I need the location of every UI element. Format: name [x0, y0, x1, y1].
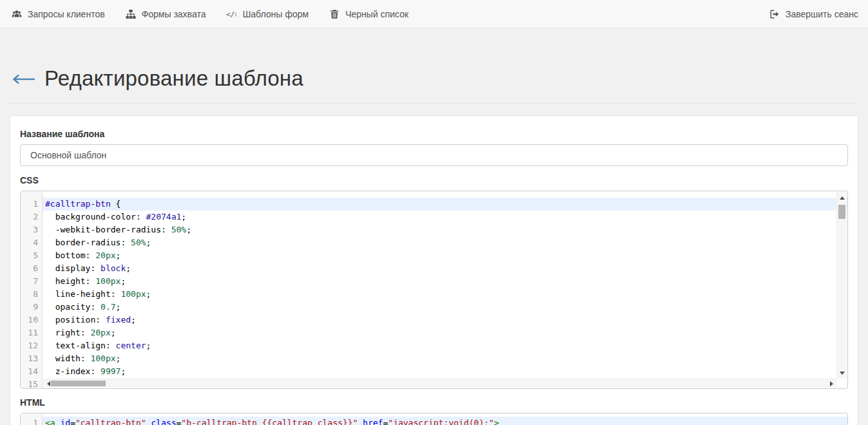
vertical-scroll-thumb[interactable] — [838, 205, 845, 219]
navbar-item-label: Шаблоны форм — [242, 9, 309, 19]
navbar-item-label: Черный список — [345, 9, 409, 19]
sitemap-icon — [126, 9, 136, 19]
code-line: position: fixed; — [43, 314, 847, 326]
template-name-label: Название шаблона — [20, 129, 848, 139]
navbar-item-end-session[interactable]: Завершить сеанс — [759, 0, 858, 28]
template-edit-panel: Название шаблона CSS 1234567891011121314… — [10, 115, 858, 425]
line-number: 14 — [21, 365, 42, 378]
users-icon — [12, 9, 22, 19]
code-line: bottom: 20px; — [43, 249, 847, 262]
page-header: Редактирование шаблона — [10, 66, 858, 104]
html-editor-code[interactable]: <a id="calltrap-btn" class="b-calltrap-b… — [43, 413, 847, 425]
line-number: 6 — [21, 262, 42, 275]
css-editor-code[interactable]: #calltrap-btn { background-color: #2074a… — [43, 191, 847, 388]
code-icon: </> — [226, 9, 236, 19]
css-editor-horizontal-scrollbar[interactable] — [43, 379, 836, 388]
navbar-item-blacklist[interactable]: Черный список — [319, 0, 419, 28]
code-line: opacity: 0.7; — [43, 301, 847, 314]
line-number: 11 — [21, 326, 42, 339]
line-number: 13 — [21, 352, 42, 365]
line-number: 8 — [21, 288, 42, 301]
line-number: 15 — [21, 378, 42, 389]
navbar-item-client-requests[interactable]: Запросы клиентов — [12, 0, 115, 28]
css-editor-vertical-scrollbar[interactable] — [836, 192, 847, 379]
line-number: 5 — [21, 249, 42, 262]
line-number: 9 — [21, 301, 42, 314]
code-line: right: 20px; — [43, 326, 847, 339]
scroll-down-button[interactable] — [837, 368, 847, 377]
page-title: Редактирование шаблона — [44, 66, 304, 91]
line-number: 10 — [21, 314, 42, 326]
template-name-input[interactable] — [20, 144, 848, 166]
navbar-right: Завершить сеанс — [759, 0, 858, 28]
navbar-item-form-templates[interactable]: </>Шаблоны форм — [216, 0, 319, 28]
code-line: text-align: center; — [43, 339, 847, 352]
code-line: line-height: 100px; — [43, 288, 847, 301]
css-label: CSS — [20, 175, 848, 185]
svg-text:</>: </> — [226, 10, 236, 19]
line-number: 12 — [21, 339, 42, 352]
navbar-item-capture-forms[interactable]: Формы захвата — [115, 0, 217, 28]
code-line: height: 100px; — [43, 275, 847, 288]
code-line: width: 100px; — [43, 352, 847, 365]
code-line: -webkit-border-radius: 50%; — [43, 223, 847, 236]
code-line: z-index: 9997; — [43, 365, 847, 378]
line-number: 3 — [21, 223, 42, 236]
scroll-right-button[interactable] — [826, 379, 836, 388]
line-number: 7 — [21, 275, 42, 288]
line-number: 4 — [21, 236, 42, 249]
line-number: 2 — [21, 211, 42, 223]
html-code-editor[interactable]: 1 <a id="calltrap-btn" class="b-calltrap… — [20, 413, 848, 425]
navbar-item-label: Формы захвата — [142, 9, 206, 19]
horizontal-scroll-thumb[interactable] — [51, 381, 106, 386]
navbar-left: Запросы клиентовФормы захвата</>Шаблоны … — [12, 0, 419, 28]
scroll-up-button[interactable] — [837, 193, 847, 202]
back-button[interactable] — [12, 74, 36, 87]
page-content: Редактирование шаблона Название шаблона … — [0, 66, 868, 425]
top-navbar: Запросы клиентовФормы захвата</>Шаблоны … — [0, 0, 868, 28]
html-label: HTML — [20, 397, 848, 408]
back-arrow-icon — [12, 74, 36, 87]
line-number: 1 — [21, 417, 42, 425]
css-code-editor[interactable]: 123456789101112131415 #calltrap-btn { ba… — [20, 191, 848, 389]
css-editor-gutter: 123456789101112131415 — [21, 191, 43, 388]
code-line: background-color: #2074a1; — [43, 211, 847, 223]
code-line: #calltrap-btn { — [43, 198, 847, 211]
trash-icon — [329, 9, 340, 19]
sign-out-icon — [769, 9, 780, 19]
code-line: border-radius: 50%; — [43, 236, 847, 249]
html-editor-gutter: 1 — [21, 413, 43, 425]
navbar-item-label: Завершить сеанс — [786, 9, 858, 19]
navbar-item-label: Запросы клиентов — [28, 9, 105, 19]
code-line: <a id="calltrap-btn" class="b-calltrap-b… — [43, 417, 847, 425]
code-line: display: block; — [43, 262, 847, 275]
line-number: 1 — [21, 198, 42, 211]
